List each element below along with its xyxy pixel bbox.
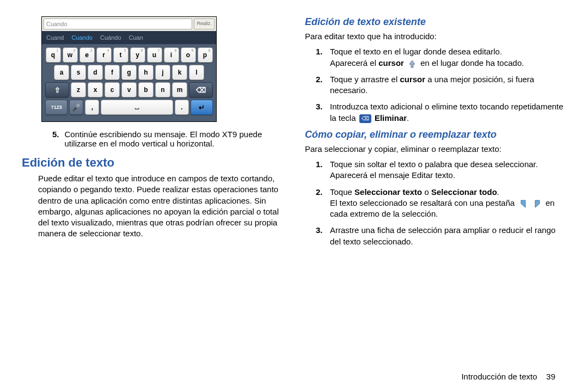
suggestion-item: Cuand [46,34,64,41]
list-text: Toque el texto en el lugar donde desea e… [330,47,502,56]
list-text: . [407,113,409,122]
keyboard-screenshot: Cuando Realiz. Cuand Cuando Cuándo Cuan … [41,16,217,122]
key-a: a [54,65,69,80]
list-number: 5. [52,130,59,148]
ordered-list: Toque sin soltar el texto o palabra que … [305,159,566,247]
selection-tab-right-icon [532,199,542,208]
bold-text: cursor [378,58,404,68]
list-text: Aparecerá el mensaje Editar texto. [330,170,455,180]
mic-key: 🎤 [69,100,83,115]
key-p: p0 [198,47,213,63]
keyboard-done-button: Realiz. [194,19,215,29]
bold-text: Seleccionar todo [431,187,497,197]
list-item: Toque el texto en el lugar donde desea e… [330,46,566,69]
key-j: j [155,65,170,80]
period-key: . [175,100,189,115]
subheading: Edición de texto existente [305,16,566,28]
key-l: l [189,65,204,80]
list-item: 5. Continúe escribiendo su mensaje. El m… [22,130,283,148]
keyboard-input-row: Cuando Realiz. [42,17,216,31]
page-number: 39 [546,372,555,381]
enter-key: ↵ [191,100,213,115]
backspace-icon: ⌫ [196,86,206,94]
backspace-key: ⌫ [189,82,213,97]
key-x: x [88,82,103,97]
list-text: . [497,187,499,197]
key-z: z [71,82,86,97]
keyboard-text-field: Cuando [44,19,192,29]
suggestion-item: Cuándo [100,34,121,41]
list-text: Aparecerá el [330,58,378,68]
key-b: b [138,82,154,97]
key-w: w2 [63,47,78,63]
right-column: Edición de texto existente Para editar t… [305,16,566,372]
key-v: v [121,82,137,97]
list-text: Toque sin soltar el texto o palabra que … [330,160,538,169]
key-d: d [88,65,103,80]
key-g: g [121,65,137,80]
key-c: c [105,82,120,97]
paragraph: Para editar texto que ha introducido: [305,31,566,42]
space-key: ⎵ [101,100,173,115]
key-r: r4 [96,47,112,63]
key-u: u7 [147,47,162,63]
list-text: en el lugar donde ha tocado. [420,58,524,68]
list-item: Toque y arrastre el cursor a una mejor p… [330,74,566,96]
delete-key-icon: ⌫ [359,114,371,123]
list-text: Arrastre una ficha de selección para amp… [330,225,555,246]
key-s: s [71,65,86,80]
page-footer: Introducción de texto 39 [22,372,566,381]
shift-key: ⇧ [45,82,69,97]
list-text: Continúe escribiendo su mensaje. El modo… [65,130,283,148]
selection-tab-left-icon [518,199,528,208]
mic-icon: 🎤 [72,103,81,112]
key-i: i8 [164,47,179,63]
list-item: Toque sin soltar el texto o palabra que … [330,159,566,181]
bold-text: Eliminar [375,113,407,122]
section-heading: Edición de texto [22,156,283,170]
key-e: e3 [79,47,95,63]
list-item: Introduzca texto adicional o elimine tex… [330,101,566,124]
left-column: Cuando Realiz. Cuand Cuando Cuándo Cuan … [22,16,283,372]
ordered-list: Toque el texto en el lugar donde desea e… [305,46,566,124]
key-o: o9 [181,47,196,63]
list-text: o [422,187,431,197]
symbols-key: ?123 [45,100,68,115]
key-t: t5 [113,47,128,63]
list-text: Toque y arrastre el [330,75,400,84]
key-f: f [105,65,120,80]
cursor-tab-icon [407,59,417,68]
key-k: k [172,65,187,80]
paragraph: Para seleccionar y copiar, eliminar o re… [305,144,566,155]
suggestion-item: Cuan [129,34,143,41]
key-m: m [172,82,187,97]
list-text: Toque [330,187,354,197]
subheading: Cómo copiar, eliminar o reemplazar texto [305,129,566,140]
key-n: n [155,82,170,97]
keyboard-suggestions: Cuand Cuando Cuándo Cuan [42,31,216,44]
list-text: El texto seleccionado se resaltará con u… [330,198,517,207]
key-q: q1 [46,47,61,63]
enter-icon: ↵ [199,103,205,112]
keyboard-keys: q1w2e3r4t5y6u7i8o9p0 asdfghjkl ⇧ zxcvbnm… [42,44,216,121]
comma-key: , [85,100,99,115]
bold-text: cursor [400,75,425,84]
shift-icon: ⇧ [54,86,60,94]
suggestion-item: Cuando [71,34,93,41]
paragraph: Puede editar el texto que introduce en c… [22,173,283,240]
list-item: Arrastre una ficha de selección para amp… [330,225,566,247]
bold-text: Seleccionar texto [354,187,422,197]
list-item: Toque Seleccionar texto o Seleccionar to… [330,187,566,220]
key-h: h [138,65,154,80]
footer-label: Introducción de texto [461,372,537,381]
key-y: y6 [130,47,145,63]
